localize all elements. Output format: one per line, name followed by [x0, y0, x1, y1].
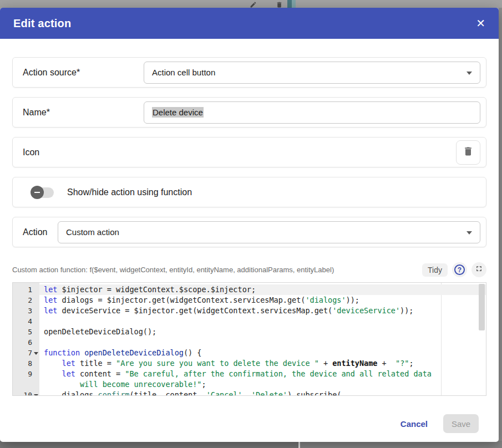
icon-field: Icon: [12, 137, 486, 167]
fullscreen-button[interactable]: [471, 262, 486, 277]
cancel-button[interactable]: Cancel: [398, 416, 430, 432]
line-number: 6: [13, 337, 39, 348]
show-hide-field: Show/hide action using function: [12, 177, 486, 207]
action-source-select[interactable]: Action cell button: [144, 62, 480, 84]
dialog-body: Action source* Action cell button Name* …: [0, 57, 499, 433]
action-source-value: Action cell button: [152, 68, 215, 77]
chevron-down-icon: [466, 231, 472, 235]
dialog-header: Edit action ✕: [0, 8, 499, 39]
backdrop-right: [499, 8, 502, 448]
dialog-footer: Cancel Save: [12, 414, 486, 433]
close-icon[interactable]: ✕: [474, 17, 488, 30]
trash-icon: [463, 146, 474, 159]
code-text: [39, 337, 486, 348]
edit-action-dialog: Edit action ✕ Action source* Action cell…: [0, 8, 499, 442]
screen: Edit action ✕ Action source* Action cell…: [0, 0, 502, 448]
line-number: 5: [13, 327, 39, 337]
background-toolbar: [0, 0, 502, 8]
code-caption-row: Custom action function: f($event, widget…: [12, 262, 486, 277]
name-label: Name*: [23, 108, 144, 118]
code-editor[interactable]: 1let $injector = widgetContext.$scope.$i…: [12, 282, 486, 396]
line-number: 8: [13, 358, 39, 369]
editor-scrollbar[interactable]: [479, 284, 485, 394]
icon-delete-button[interactable]: [456, 140, 480, 165]
line-number: 10: [13, 390, 39, 396]
name-input[interactable]: Delete device: [144, 101, 480, 124]
save-button[interactable]: Save: [443, 414, 479, 433]
code-text: dialogs.confirm(title, content, 'Cancel'…: [39, 390, 486, 396]
line-number: 7: [13, 348, 39, 358]
code-line[interactable]: 8 let title = "Are you sure you want to …: [13, 358, 486, 369]
code-lines: 1let $injector = widgetContext.$scope.$i…: [13, 283, 486, 396]
line-number: 4: [13, 316, 39, 327]
fold-arrow-icon[interactable]: [34, 394, 38, 396]
code-line[interactable]: 5openDeleteDeviceDialog();: [13, 327, 486, 337]
icon-label: Icon: [23, 147, 456, 157]
action-label: Action: [23, 227, 58, 237]
show-hide-toggle[interactable]: [31, 186, 55, 199]
chevron-down-icon: [466, 72, 472, 75]
code-line[interactable]: 1let $injector = widgetContext.$scope.$i…: [13, 284, 486, 295]
dialog-title: Edit action: [13, 17, 474, 30]
name-value-selected: Delete device: [152, 107, 204, 118]
code-line[interactable]: 6: [13, 337, 486, 348]
code-line[interactable]: 7function openDeleteDeviceDialog() {: [13, 348, 486, 358]
code-line[interactable]: 2let dialogs = $injector.get(widgetConte…: [13, 295, 486, 306]
code-text: [39, 316, 486, 327]
code-line[interactable]: 9 let content = "Be careful, after the c…: [13, 369, 486, 379]
code-line[interactable]: will become unrecoverable!";: [13, 379, 486, 390]
action-source-label: Action source*: [23, 68, 144, 78]
code-text: let title = "Are you sure you want to de…: [39, 358, 486, 369]
toggle-off-dash-icon: [34, 192, 40, 193]
line-number: [13, 379, 39, 390]
scrollbar-thumb[interactable]: [479, 284, 485, 330]
action-value: Custom action: [66, 227, 119, 237]
action-select[interactable]: Custom action: [58, 221, 480, 243]
code-text: openDeleteDeviceDialog();: [39, 327, 486, 337]
code-text: let content = "Be careful, after the con…: [39, 369, 486, 379]
code-text: let dialogs = $injector.get(widgetContex…: [39, 295, 486, 306]
code-text: function openDeleteDeviceDialog() {: [39, 348, 486, 358]
line-number: 1: [13, 284, 39, 295]
fold-arrow-icon[interactable]: [34, 352, 38, 355]
toggle-thumb: [31, 186, 44, 199]
teal-marker: [287, 0, 296, 8]
custom-function-signature: Custom action function: f($event, widget…: [12, 266, 422, 274]
code-line[interactable]: 10 dialogs.confirm(title, content, 'Canc…: [13, 390, 486, 396]
line-number: 3: [13, 306, 39, 316]
action-source-field: Action source* Action cell button: [12, 57, 486, 88]
code-line[interactable]: 3let deviceService = $injector.get(widge…: [13, 306, 486, 316]
code-line[interactable]: 4: [13, 316, 486, 327]
help-button[interactable]: ?: [452, 262, 467, 277]
show-hide-label: Show/hide action using function: [67, 187, 192, 197]
code-text: let $injector = widgetContext.$scope.$in…: [39, 284, 486, 295]
code-controls: Tidy ?: [422, 262, 486, 277]
code-text: let deviceService = $injector.get(widget…: [39, 306, 486, 316]
tidy-button[interactable]: Tidy: [422, 263, 448, 277]
line-number: 9: [13, 369, 39, 379]
line-number: 2: [13, 295, 39, 306]
fullscreen-icon: [475, 264, 483, 275]
code-text: will become unrecoverable!";: [39, 379, 486, 390]
action-field: Action Custom action: [12, 217, 486, 247]
help-icon: ?: [454, 264, 465, 275]
name-field: Name* Delete device: [12, 97, 486, 128]
